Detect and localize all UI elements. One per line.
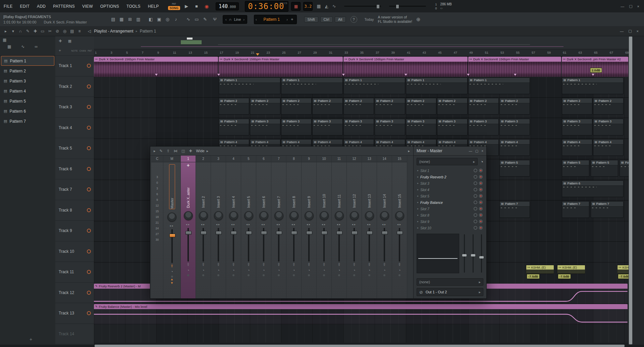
time-display[interactable]: 0:36:00 M:S:CS xyxy=(245,1,288,12)
volume-fader[interactable] xyxy=(230,228,236,262)
snap-left-arrow-icon[interactable]: ‹ xyxy=(225,17,227,21)
slot-enable-led[interactable] xyxy=(479,213,483,217)
audio-gain-badge[interactable]: 2.0dB xyxy=(590,68,602,73)
route-to-master-icon[interactable]: ⇧ xyxy=(217,262,220,267)
master-volume-slider[interactable] xyxy=(344,6,381,7)
slot-mix-knob[interactable] xyxy=(474,194,477,198)
browser-icon[interactable]: ◧ xyxy=(147,15,155,23)
clip-header[interactable]: ▤Pattern 4 xyxy=(250,139,280,144)
detached-window-icon[interactable]: ◫ xyxy=(181,149,185,153)
pattern-clip[interactable]: ▤Pattern 7 xyxy=(591,201,624,218)
route-to-master-icon[interactable]: ⇧ xyxy=(262,262,265,267)
horizontal-scrollbar[interactable] xyxy=(0,345,644,347)
slot-enable-led[interactable] xyxy=(479,188,483,191)
pan-knob[interactable] xyxy=(320,211,329,220)
pattern-clip[interactable]: ▤Pattern 3 xyxy=(562,119,592,135)
scroll-down-icon[interactable]: ▼ xyxy=(170,281,173,285)
mixer-menu-icon[interactable]: ▸ xyxy=(154,149,156,153)
mixer-strip-6[interactable]: 6Insert 6◂▸⇧◔ xyxy=(256,156,271,298)
clip-header[interactable]: ▤Pattern 4 xyxy=(500,139,530,144)
latency-icon[interactable]: ◔ xyxy=(323,268,325,273)
pan-knob[interactable] xyxy=(184,211,193,220)
stereo-separation-icon[interactable]: ◂▸ xyxy=(397,223,402,226)
mixer-close-button[interactable]: × xyxy=(481,149,483,153)
clip-header[interactable]: ▤Pattern 3 xyxy=(437,119,467,124)
clip-header[interactable]: ▤Pattern 7 xyxy=(562,201,589,207)
pattern-list-item[interactable]: ▤Pattern 6 xyxy=(1,106,54,116)
pan-knob[interactable] xyxy=(199,211,208,220)
slot-mix-knob[interactable] xyxy=(474,175,477,179)
gain-badge[interactable]: -7.5dB xyxy=(527,274,540,279)
pattern-clip[interactable]: ▤Pattern 2 xyxy=(562,98,592,115)
mixer-strip-1[interactable]: 1✚Durk X..aster◂▸⇧◔ xyxy=(181,156,196,298)
pattern-list-item[interactable]: ▤Pattern 5 xyxy=(1,96,54,106)
route-to-master-icon[interactable]: ⇧ xyxy=(398,262,401,267)
clip-header[interactable]: ▤Pattern 5 xyxy=(620,160,629,165)
clip-header[interactable]: ▤Pattern 4 xyxy=(313,139,342,144)
channel-rack-icon[interactable]: ⊞ xyxy=(126,15,134,23)
effect-slot[interactable]: ▸Fruity Reeverb 2 xyxy=(417,174,483,180)
news-panel[interactable]: Today A newer version of FL Studio is av… xyxy=(365,15,421,24)
mixer-strip-12[interactable]: 12Insert 12◂▸⇧◔ xyxy=(347,156,362,298)
slot-mix-knob[interactable] xyxy=(474,181,477,185)
pattern-grid-icon[interactable]: ▦ xyxy=(7,44,11,49)
grid-tool-icon[interactable]: ▦ xyxy=(68,39,71,43)
playlist-maximize-button[interactable]: ▢ xyxy=(628,29,632,33)
volume-fader[interactable] xyxy=(200,228,206,262)
menu-item-view[interactable]: VIEW xyxy=(78,0,97,12)
time-knob-icon[interactable]: ◔ xyxy=(480,159,483,165)
effect-slot[interactable]: ▸Slot 1 xyxy=(417,167,483,174)
clip-header[interactable]: ▤Pattern 4 xyxy=(281,139,311,144)
mixer-strip-3[interactable]: 3Insert 3◂▸⇧◔ xyxy=(211,156,226,298)
sample-clip[interactable]: ↦KSHM..(E) xyxy=(526,265,554,274)
clip-header[interactable]: ▤Pattern 2 xyxy=(469,98,498,103)
eq-band-fader[interactable] xyxy=(481,234,482,273)
route-to-master-icon[interactable]: ⇧ xyxy=(322,262,325,267)
pattern-clip[interactable]: ▤Pattern 2 xyxy=(499,98,530,115)
slot-enable-led[interactable] xyxy=(479,200,483,204)
draw-pencil-icon[interactable]: ✎ xyxy=(24,29,32,34)
clip-header[interactable]: ▤Pattern 4 xyxy=(406,139,436,144)
mixer-maximize-button[interactable]: ▢ xyxy=(475,149,478,153)
volume-fader[interactable] xyxy=(169,229,175,263)
route-to-master-icon[interactable]: ⇧ xyxy=(247,262,250,267)
clip-header[interactable]: ▤Pattern 1 xyxy=(281,78,342,83)
clip-header[interactable]: ▤Pattern 2 xyxy=(562,98,592,103)
arm-record-dot[interactable] xyxy=(87,249,91,253)
clip-header[interactable]: ▤Pattern 4 xyxy=(469,139,498,144)
clip-header[interactable]: ↦Durk X Sectionn8 156bpm Fmin Master xyxy=(343,57,468,62)
pattern-clip[interactable]: ▤Pattern 2 xyxy=(312,98,343,115)
stereo-separation-icon[interactable]: ◂▸ xyxy=(276,223,281,226)
pattern-next-icon[interactable]: › xyxy=(286,17,288,21)
volume-fader[interactable] xyxy=(261,228,267,262)
mixer-window[interactable]: ▸✎⇧⋈◫✚ Wide ▸ ▸ C3036912151821242730MMas… xyxy=(150,146,487,299)
volume-fader[interactable] xyxy=(396,228,402,262)
maximize-button[interactable]: ▢ xyxy=(629,4,632,8)
pattern-clip[interactable]: ▤Pattern 7 xyxy=(562,201,589,218)
alt-key-button[interactable]: Alt xyxy=(335,16,346,22)
pan-knob[interactable] xyxy=(305,211,314,220)
pan-knob[interactable] xyxy=(229,211,238,220)
pattern-clip[interactable]: ▤Pattern 5 xyxy=(499,160,530,177)
route-to-master-icon[interactable]: ⇧ xyxy=(202,262,205,267)
clip-header[interactable]: ↦KSH..(E) xyxy=(618,265,629,270)
pattern-clip[interactable]: ▤Pattern 2 xyxy=(593,98,624,115)
clip-header[interactable]: ▤Pattern 3 xyxy=(250,119,280,124)
playlist-titlebar[interactable]: ▸▾∩✎✚▭✂⊘◎▤≡ ◁ Playlist - Arrangement ▸ P… xyxy=(0,26,644,36)
slot-enable-led[interactable] xyxy=(479,194,483,198)
clip-header[interactable]: ▤Pattern 1 xyxy=(406,78,467,83)
clip-header[interactable]: ▤Pattern 2 xyxy=(406,98,436,103)
pattern-clip[interactable]: ▤Pattern 6 xyxy=(562,180,624,197)
pan-knob[interactable] xyxy=(167,213,176,222)
stereo-separation-icon[interactable]: ◂▸ xyxy=(337,223,341,226)
stereo-separation-icon[interactable]: ◂▸ xyxy=(322,223,326,226)
effect-slot[interactable]: ▸Slot 8 xyxy=(417,212,483,218)
clip-header[interactable]: ▤Pattern 2 xyxy=(313,98,342,103)
route-to-master-icon[interactable]: ⇧ xyxy=(170,264,173,269)
effect-slot[interactable]: ▸Slot 4 xyxy=(417,186,483,193)
clip-header[interactable]: ▤Pattern 3 xyxy=(313,119,342,124)
menu-item-options[interactable]: OPTIONS xyxy=(97,0,123,12)
latency-icon[interactable]: ◔ xyxy=(187,268,190,273)
playhead-marker[interactable] xyxy=(256,53,259,56)
clip-header[interactable]: ↦Durk X Sectionn8 156bpm Fmin Master xyxy=(219,57,343,62)
